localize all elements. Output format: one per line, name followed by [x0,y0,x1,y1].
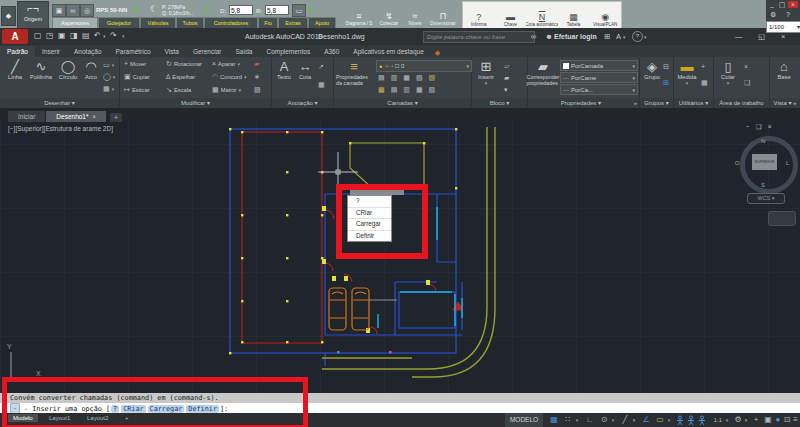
cota-automatica-button[interactable]: N Cota automática [526,2,558,28]
qat-customize-icon[interactable]: ▾ [122,33,125,39]
table-tool-button[interactable]: ▦ [318,81,325,89]
panel-label-bloco[interactable]: Bloco ▾ [472,98,527,108]
sprinkler-tool-icon[interactable]: ▣ [52,4,66,17]
login-chevron-icon[interactable]: ▾ [594,34,597,40]
circulo-button[interactable]: ◯Círculo [56,59,80,80]
toolbar-close-button[interactable]: × [788,1,798,8]
osnap-toggle-icon[interactable]: ∠ [640,413,652,427]
grid-toggle-icon[interactable]: ▦ [548,413,560,427]
viewport-restore-icon[interactable]: ❏ [756,123,768,130]
workspace-chevron-icon[interactable]: ▾ [743,413,749,427]
snap-toggle-icon[interactable]: ∷ [562,413,574,427]
object-snap-tracking-icon[interactable]: ╱ [619,413,631,427]
d-input[interactable] [229,5,253,15]
panel-label-area[interactable]: Área de trabalho [714,98,769,108]
copiar-button[interactable]: ▣Copiar [124,73,150,81]
copy-clip-button[interactable]: ❏ [744,79,750,87]
ribbon-tab-saida[interactable]: Saída [228,46,259,57]
ungroup-button[interactable]: ⊟ [663,63,669,71]
polar-chevron-icon[interactable]: ▾ [610,413,616,427]
texto-button[interactable]: ATexto [274,59,294,80]
pressure-dropdown-icon[interactable]: ▾ [206,6,210,14]
calculator-button[interactable]: ▦ [701,79,708,87]
help-chevron-icon[interactable]: ▾ [644,34,647,40]
ribbon-tab-inserir[interactable]: Inserir [35,46,67,57]
layer-tool-icon[interactable]: ▦ [416,86,423,94]
layer-tool-icon[interactable]: ▧ [429,86,436,94]
arco-button[interactable]: ◠Arco [82,59,100,80]
rotacionar-button[interactable]: ↻Rotacionar [166,60,202,68]
espelhar-button[interactable]: ∆Espelhar [166,73,195,80]
medida-button[interactable]: ▬Medida▾ [676,59,698,86]
layer-tool-icon[interactable]: ▥ [403,86,410,94]
open-file-icon[interactable]: ◳ [46,31,54,40]
leader-button[interactable]: ↗ [318,63,324,71]
file-tab-iniciar[interactable]: Iniciar [8,111,45,122]
aparar-button[interactable]: ×Aparar▾ [212,60,240,67]
undo-chevron-icon[interactable]: ▾ [103,33,106,39]
viewport-controls[interactable]: [−][Superior][Estrutura de arame 2D] [8,125,113,132]
search-input[interactable]: Digite palavra-chave ou frase [423,31,535,43]
block-attr-button[interactable]: ▾ [504,86,508,94]
ortho-toggle-icon[interactable]: ∟ [584,413,596,427]
linetype-select[interactable]: —PorCa...▾ [560,84,638,95]
concord-button[interactable]: ◠Concord▾ [212,73,247,81]
ribbon-tab-gerenciar[interactable]: Gerenciar [186,46,229,57]
chave-button[interactable]: ▬ Chave [495,2,527,28]
colar-button[interactable]: ▯Colar▾ [718,59,738,86]
ribbon-tab-anotacao[interactable]: Anotação [67,46,108,57]
toolbar-help-icon[interactable]: ? [786,11,790,18]
redo-icon[interactable]: ↷ [110,31,117,40]
escala-button[interactable]: ↘Escala [166,86,191,94]
help-icon[interactable]: ? [632,31,643,42]
snap-chevron-icon[interactable]: ▾ [574,413,580,427]
layer-tool-icon[interactable]: ▩ [378,86,385,94]
conectar-button[interactable]: ↯ Conectar [376,2,402,26]
tabela-button[interactable]: ▦ Tabela [558,2,590,28]
layer-tool-icon[interactable]: ▦ [403,74,410,82]
window-restore-button[interactable]: ◱ [758,32,765,41]
group-edit-button[interactable]: ⊞ [663,79,669,87]
save-as-icon[interactable]: ◨ [70,31,78,40]
panel-label-grupos[interactable]: Grupos ▾ [640,98,673,108]
rectangle-tool-button[interactable]: ▭▾ [103,61,114,69]
moon-icon[interactable]: ☾ [150,4,158,14]
layer-tool-icon[interactable]: ▤ [378,74,385,82]
grupo-button[interactable]: ◈Grupo [642,59,662,80]
featured-apps-icon[interactable]: ◆ [435,49,440,57]
panel-label-desenhar[interactable]: Desenhar ▾ [0,98,119,108]
print-icon[interactable]: ▤ [82,31,90,40]
matriz-button[interactable]: ▦Matriz▾ [212,86,241,94]
layer-tool-icon[interactable]: ▥ [391,74,398,82]
ribbon-tab-aplicativos[interactable]: Aplicativos em destaque [346,46,430,57]
corresponder-button[interactable]: ▰Corresponder propriedades [530,59,556,86]
file-tab-close-icon[interactable]: × [92,113,96,120]
apagar-button[interactable]: ▰ [254,60,259,68]
create-block-button[interactable]: ▱ [504,62,509,70]
panel-label-anotacao[interactable]: Anotação ▾ [272,98,333,108]
esticar-button[interactable]: ↦Esticar [124,86,150,94]
color-select[interactable]: PorCamada▾ [560,60,638,71]
lineweight-chevron-icon[interactable]: ▾ [666,413,672,427]
viewcube-south[interactable]: S [761,182,765,188]
exchange-apps-icon[interactable]: A [616,32,621,41]
panel-label-propriedades[interactable]: Propriedades ▾ » [528,98,639,108]
toolbar-maximize-button[interactable]: ▢ [778,1,786,9]
search-icon[interactable]: ∞ [531,32,536,41]
cart-icon[interactable]: ⊞ [604,32,610,41]
viewport-window-buttons[interactable]: −❏× [746,123,777,131]
login-button[interactable]: Efetuar login [554,33,597,40]
edit-block-button[interactable]: ▰ [504,74,509,82]
viewcube-north[interactable]: N [761,138,765,144]
wcs-dropdown[interactable]: WCS ▾ [747,193,785,204]
viewcube-east[interactable]: L [786,160,789,166]
new-file-tab-button[interactable]: + [110,113,122,122]
linha-button[interactable]: ╱Linha [3,59,27,80]
layer-combo[interactable]: ● ☼ ▪ □ 0 ▾ [376,60,472,72]
autocad-logo[interactable]: A [2,29,28,44]
customization-menu-icon[interactable]: ≡ [791,413,800,427]
viewcube-top-face[interactable]: SUPERIOR [752,154,777,170]
panel-label-modificar[interactable]: Modificar ▾ [120,98,271,108]
hatch-tool-button[interactable]: ▦▾ [103,85,114,93]
panel-label-utilitarios[interactable]: Utilitários ▾ [674,98,713,108]
